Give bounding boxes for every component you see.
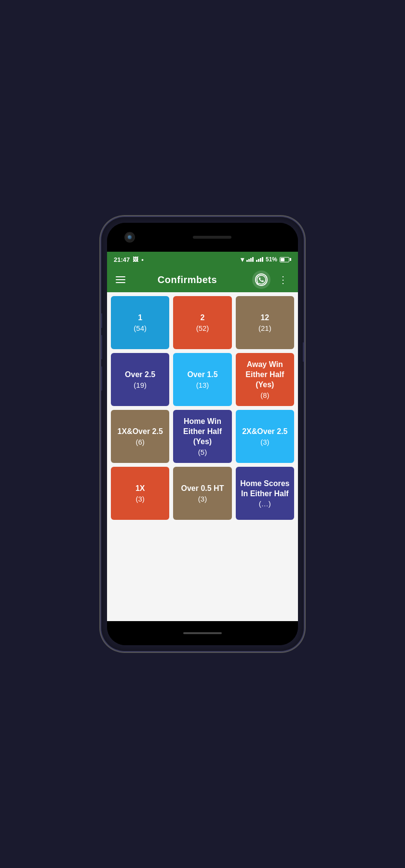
grid-item-label-2: 2 bbox=[201, 313, 205, 323]
grid-item-count-8: (5) bbox=[198, 448, 207, 456]
grid-item-count-1: (54) bbox=[134, 324, 147, 332]
power-button bbox=[303, 342, 304, 362]
app-title: Confirmbets bbox=[132, 274, 243, 285]
photo-icon: 🖼 bbox=[133, 256, 138, 263]
grid-item-count-3: (21) bbox=[258, 324, 271, 332]
screen-content: 21:47 🖼 • ▾ bbox=[107, 252, 298, 621]
signal-bar-3 bbox=[250, 258, 252, 262]
signal-bars-2 bbox=[256, 257, 263, 262]
grid-item-count-2: (52) bbox=[196, 324, 209, 332]
signal-bar-4 bbox=[252, 257, 254, 262]
grid-item-count-5: (13) bbox=[196, 381, 209, 389]
grid-item-10[interactable]: 1X(3) bbox=[111, 467, 169, 520]
grid-item-3[interactable]: 12(21) bbox=[236, 296, 294, 349]
grid-item-label-4: Over 2.5 bbox=[125, 370, 155, 380]
signal-bar-6 bbox=[258, 259, 259, 262]
grid-item-count-6: (8) bbox=[260, 391, 269, 399]
grid-item-label-7: 1X&Over 2.5 bbox=[118, 427, 163, 437]
grid-item-4[interactable]: Over 2.5(19) bbox=[111, 353, 169, 406]
grid-item-label-11: Over 0.5 HT bbox=[181, 484, 224, 494]
grid-item-1[interactable]: 1(54) bbox=[111, 296, 169, 349]
grid-item-count-10: (3) bbox=[135, 495, 144, 503]
status-right: ▾ 51% bbox=[241, 256, 291, 263]
volume-down-button bbox=[101, 366, 102, 391]
grid-item-label-8: Home Win Either Half (Yes) bbox=[177, 417, 228, 447]
volume-up-button bbox=[101, 335, 102, 359]
grid-item-label-9: 2X&Over 2.5 bbox=[242, 427, 287, 437]
whatsapp-icon bbox=[255, 273, 268, 286]
wifi-icon: ▾ bbox=[241, 256, 244, 263]
signal-bar-2 bbox=[248, 259, 250, 262]
bet-grid: 1(54)2(52)12(21)Over 2.5(19)Over 1.5(13)… bbox=[111, 296, 294, 520]
grid-item-12[interactable]: Home Scores In Either Half(…) bbox=[236, 467, 294, 520]
notification-dot: • bbox=[141, 256, 144, 263]
battery-body bbox=[280, 257, 289, 262]
grid-content: 1(54)2(52)12(21)Over 2.5(19)Over 1.5(13)… bbox=[107, 292, 298, 621]
time-display: 21:47 bbox=[114, 256, 130, 263]
whatsapp-button[interactable] bbox=[252, 271, 270, 289]
more-options-button[interactable]: ⋮ bbox=[275, 272, 291, 287]
grid-item-count-9: (3) bbox=[260, 438, 269, 446]
hamburger-line-1 bbox=[116, 276, 125, 277]
grid-item-count-4: (19) bbox=[134, 381, 147, 389]
home-indicator bbox=[183, 632, 222, 634]
grid-item-label-3: 12 bbox=[260, 313, 269, 323]
status-bar: 21:47 🖼 • ▾ bbox=[107, 252, 298, 267]
mute-button bbox=[101, 313, 102, 328]
hamburger-line-2 bbox=[116, 279, 125, 280]
top-bezel bbox=[107, 223, 298, 252]
battery-icon bbox=[280, 257, 291, 262]
grid-item-label-1: 1 bbox=[138, 313, 142, 323]
grid-item-9[interactable]: 2X&Over 2.5(3) bbox=[236, 410, 294, 463]
earpiece-speaker bbox=[193, 236, 231, 239]
grid-item-7[interactable]: 1X&Over 2.5(6) bbox=[111, 410, 169, 463]
grid-item-label-12: Home Scores In Either Half bbox=[240, 479, 290, 499]
grid-item-6[interactable]: Away Win Either Half (Yes)(8) bbox=[236, 353, 294, 406]
bottom-bezel bbox=[107, 621, 298, 645]
grid-item-label-6: Away Win Either Half (Yes) bbox=[240, 360, 290, 390]
battery-fill bbox=[281, 258, 284, 261]
grid-item-label-5: Over 1.5 bbox=[187, 370, 217, 380]
signal-bar-5 bbox=[256, 260, 257, 262]
signal-bar-7 bbox=[260, 258, 261, 262]
grid-item-8[interactable]: Home Win Either Half (Yes)(5) bbox=[173, 410, 231, 463]
app-bar: Confirmbets ⋮ bbox=[107, 267, 298, 292]
grid-item-11[interactable]: Over 0.5 HT(3) bbox=[173, 467, 231, 520]
signal-bars-1 bbox=[246, 257, 254, 262]
menu-button[interactable] bbox=[114, 274, 127, 285]
signal-bar-8 bbox=[262, 257, 263, 262]
hamburger-line-3 bbox=[116, 282, 125, 283]
grid-item-5[interactable]: Over 1.5(13) bbox=[173, 353, 231, 406]
status-left: 21:47 🖼 • bbox=[114, 256, 144, 263]
signal-bar-1 bbox=[246, 260, 248, 262]
phone-screen: 21:47 🖼 • ▾ bbox=[107, 223, 298, 645]
grid-item-count-12: (…) bbox=[259, 500, 271, 508]
grid-item-label-10: 1X bbox=[135, 484, 145, 494]
phone-shell: 21:47 🖼 • ▾ bbox=[101, 217, 304, 651]
battery-tip bbox=[290, 258, 291, 261]
grid-item-count-11: (3) bbox=[198, 495, 207, 503]
grid-item-count-7: (6) bbox=[135, 438, 144, 446]
grid-item-2[interactable]: 2(52) bbox=[173, 296, 231, 349]
front-camera bbox=[124, 232, 135, 243]
battery-percent: 51% bbox=[266, 256, 277, 263]
